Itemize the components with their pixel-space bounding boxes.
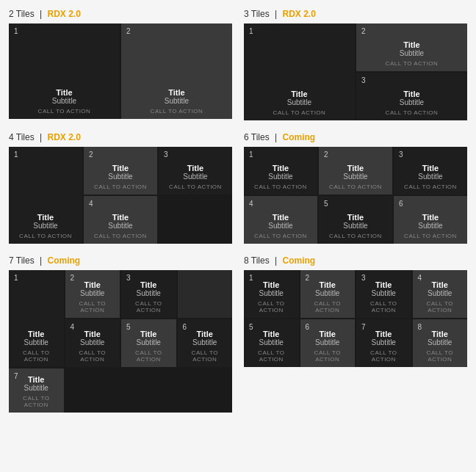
tile-title: Title	[306, 280, 350, 289]
tile-subtitle: Subtitle	[250, 98, 349, 106]
section-label-3tiles: 3 Tiles | RDX 2.0	[244, 9, 467, 19]
tile-number: 1	[249, 274, 253, 282]
tile-number: 7	[361, 323, 366, 331]
tile-cta: CALL TO ACTION	[400, 233, 461, 239]
tile-3: 3 Title Subtitle CALL TO ACTION	[159, 147, 232, 195]
tile-title: Title	[362, 90, 461, 98]
tile-subtitle: Subtitle	[250, 338, 293, 346]
tile-grid-7: 1 Title Subtitle CALL TO ACTION 2 Title …	[9, 270, 232, 413]
tile-number: 2	[324, 150, 328, 159]
tile-2: 2 Title Subtitle CALL TO ACTION	[84, 147, 157, 195]
tile-number: 4	[89, 200, 93, 208]
tile-5: 5 Title Subtitle CALL TO ACTION	[244, 319, 299, 367]
tile-subtitle: Subtitle	[71, 338, 115, 346]
section-2tiles: 2 Tiles | RDX 2.0 1 Title Subtitle CALL …	[9, 9, 232, 120]
tile-subtitle: Subtitle	[15, 222, 76, 230]
tile-cta: CALL TO ACTION	[400, 184, 461, 190]
tile-title: Title	[71, 280, 115, 289]
tile-title: Title	[127, 280, 170, 289]
tile-4: 4 Title Subtitle CALL TO ACTION	[244, 196, 317, 244]
tile-subtitle: Subtitle	[127, 97, 226, 105]
tile-title: Title	[250, 213, 311, 222]
section-7tiles: 7 Tiles | Coming 1 Title Subtitle CALL T…	[9, 255, 232, 413]
tile-number: 1	[14, 274, 18, 282]
tile-title: Title	[400, 213, 461, 222]
tile-number: 2	[361, 27, 366, 35]
tile-number: 4	[418, 274, 422, 282]
tile-title: Title	[15, 330, 58, 338]
tile-subtitle: Subtitle	[127, 289, 170, 297]
section-4tiles: 4 Tiles | RDX 2.0 1 Title Subtitle CALL …	[9, 132, 232, 244]
tile-6: 6 Title Subtitle CALL TO ACTION	[300, 319, 356, 367]
tile-number: 8	[418, 323, 422, 331]
tile-cta: CALL TO ACTION	[362, 300, 405, 313]
tile-title: Title	[127, 330, 170, 338]
tile-number: 3	[361, 76, 366, 84]
tile-cta: CALL TO ACTION	[184, 349, 227, 363]
tile-3: 3 Title Subtitle CALL TO ACTION	[356, 270, 411, 318]
tile-cta: CALL TO ACTION	[15, 108, 114, 115]
section-label-4tiles: 4 Tiles | RDX 2.0	[9, 132, 232, 142]
tile-cta: CALL TO ACTION	[362, 60, 461, 67]
tile-number: 6	[399, 200, 403, 208]
tile-subtitle: Subtitle	[90, 222, 151, 230]
section-label-7tiles: 7 Tiles | Coming	[9, 255, 232, 266]
tile-number: 2	[71, 274, 75, 282]
tile-number: 1	[14, 27, 18, 35]
tile-1: 1 Title Subtitle CALL TO ACTION	[9, 23, 120, 119]
tile-8: 8 Title Subtitle CALL TO ACTION	[413, 319, 468, 367]
tile-title: Title	[184, 330, 227, 338]
tile-2: 2 Title Subtitle CALL TO ACTION	[319, 147, 392, 195]
section-label-8tiles: 8 Tiles | Coming	[244, 255, 467, 266]
tile-subtitle: Subtitle	[325, 222, 386, 230]
tile-number: 5	[126, 323, 131, 331]
tile-subtitle: Subtitle	[15, 97, 114, 105]
tile-number: 5	[249, 323, 253, 331]
tile-title: Title	[419, 280, 462, 289]
tile-cta: CALL TO ACTION	[90, 184, 151, 190]
tile-number: 2	[306, 274, 310, 282]
tile-title: Title	[90, 164, 151, 173]
tile-number: 6	[306, 323, 310, 331]
tile-title: Title	[362, 40, 461, 49]
tile-number: 1	[249, 150, 253, 159]
tile-number: 5	[324, 200, 328, 208]
tile-cta: CALL TO ACTION	[90, 233, 151, 239]
tile-cta: CALL TO ACTION	[250, 109, 349, 116]
tile-4: 4 Title Subtitle CALL TO ACTION	[413, 270, 468, 318]
tile-cta: CALL TO ACTION	[306, 349, 350, 363]
tile-3: 3 Title Subtitle CALL TO ACTION	[356, 73, 467, 120]
tile-cta: CALL TO ACTION	[15, 349, 58, 363]
tile-subtitle: Subtitle	[362, 338, 405, 346]
tile-subtitle: Subtitle	[250, 222, 311, 230]
tile-6: 6 Title Subtitle CALL TO ACTION	[178, 319, 233, 367]
tile-1: 1 Title Subtitle CALL TO ACTION	[244, 270, 299, 318]
tile-subtitle: Subtitle	[362, 289, 405, 297]
tile-number: 6	[183, 323, 187, 331]
tile-title: Title	[250, 90, 349, 98]
tile-cta: CALL TO ACTION	[362, 349, 405, 363]
tile-1: 1 Title Subtitle CALL TO ACTION	[9, 147, 82, 244]
tile-cta: CALL TO ACTION	[127, 108, 226, 115]
tile-cta: CALL TO ACTION	[362, 109, 461, 116]
tile-number: 3	[164, 150, 168, 159]
tile-grid-8: 1 Title Subtitle CALL TO ACTION 2 Title …	[244, 270, 467, 367]
section-label-6tiles: 6 Tiles | Coming	[244, 132, 467, 142]
tile-cta: CALL TO ACTION	[250, 233, 311, 239]
tile-subtitle: Subtitle	[90, 173, 151, 181]
tile-number: 1	[14, 150, 18, 159]
tile-3: 3 Title Subtitle CALL TO ACTION	[121, 270, 176, 318]
tile-cta: CALL TO ACTION	[419, 300, 462, 313]
tile-7: 7 Title Subtitle CALL TO ACTION	[356, 319, 411, 367]
tile-subtitle: Subtitle	[362, 98, 461, 106]
tile-title: Title	[15, 213, 76, 222]
tile-1: 1 Title Subtitle CALL TO ACTION	[244, 147, 317, 195]
tile-subtitle: Subtitle	[127, 338, 170, 346]
tile-1: 1 Title Subtitle CALL TO ACTION	[244, 23, 355, 120]
tile-subtitle: Subtitle	[71, 289, 115, 297]
tile-title: Title	[400, 164, 461, 173]
tile-cta: CALL TO ACTION	[250, 349, 293, 363]
tile-title: Title	[15, 88, 114, 97]
tile-title: Title	[127, 88, 226, 97]
tile-title: Title	[362, 280, 405, 289]
